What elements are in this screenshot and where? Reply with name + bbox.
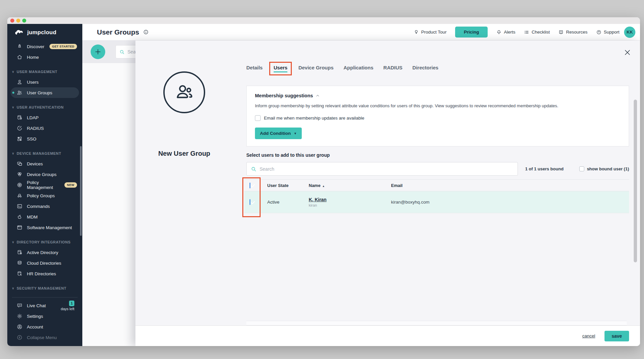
sidebar-item-policy-groups[interactable]: Policy Groups <box>11 190 79 201</box>
sidebar-section-header-user-management[interactable]: ∨USER MANAGEMENT <box>7 67 82 77</box>
sidebar-section-header-directory-integrations[interactable]: ∨DIRECTORY INTEGRATIONS <box>7 237 82 247</box>
sidebar-item-cloud-directories[interactable]: Cloud Directories <box>11 258 79 268</box>
app-window: jumpcloud DiscoverGET STARTEDHome∨USER M… <box>7 17 640 346</box>
sidebar-section-header-device-management[interactable]: ∨DEVICE MANAGEMENT <box>7 148 82 158</box>
tab-users[interactable]: Users <box>269 62 292 75</box>
sidebar-item-active-directory[interactable]: Active Directory <box>11 247 79 258</box>
group-figure: New User Group <box>163 71 205 113</box>
sidebar-item-user-groups[interactable]: User Groups <box>11 87 79 98</box>
row-checkbox[interactable] <box>250 199 250 205</box>
tab-details[interactable]: Details <box>246 65 263 73</box>
horizontal-scrollbar[interactable] <box>246 321 627 325</box>
section-header-label: USER AUTHENTICATION <box>17 105 64 109</box>
drawer-scrollbar-thumb[interactable] <box>634 100 637 262</box>
badge-new: NEW <box>64 182 77 188</box>
pricing-button[interactable]: Pricing <box>455 27 488 38</box>
mac-titlebar <box>7 17 640 24</box>
tab-applications[interactable]: Applications <box>344 65 373 73</box>
membership-suggestions-toggle[interactable]: Membership suggestions <box>255 93 620 98</box>
sidebar-item-policy-management[interactable]: Policy ManagementNEW <box>11 180 79 190</box>
avatar[interactable]: KK <box>624 27 635 38</box>
sidebar-item-label: Active Directory <box>27 250 58 255</box>
sidebar-item-home[interactable]: Home <box>11 52 79 62</box>
sidebar-item-label: Live Chat <box>27 303 46 308</box>
user-search[interactable] <box>246 162 518 176</box>
sidebar-section-header-user-authentication[interactable]: ∨USER AUTHENTICATION <box>7 102 82 112</box>
jumpcloud-logo[interactable]: jumpcloud <box>7 24 82 38</box>
user-icon <box>17 79 23 85</box>
sidebar-section: ∨SECURITY MANAGEMENT <box>7 283 82 293</box>
column-name[interactable]: Name▲ <box>309 183 391 188</box>
sidebar-item-software-management[interactable]: Software Management <box>11 222 79 233</box>
chevron-down-icon: ∨ <box>12 106 14 109</box>
top-header: User Groups Product TourPricingAlertsChe… <box>82 24 640 41</box>
sidebar-item-label: MDM <box>27 215 38 220</box>
close-drawer-button[interactable] <box>623 48 631 56</box>
close-window-button[interactable] <box>10 19 14 23</box>
sidebar-item-users[interactable]: Users <box>11 77 79 87</box>
add-group-button[interactable] <box>91 45 105 59</box>
product-tour-button[interactable]: Product Tour <box>414 30 446 35</box>
membership-title: Membership suggestions <box>255 93 313 98</box>
save-button[interactable]: save <box>604 331 629 341</box>
table-row: ActiveK, Kirankirankiran@boxyhq.com <box>244 191 629 213</box>
sidebar-item-hr-directories[interactable]: HR Directories <box>11 268 79 279</box>
tab-radius[interactable]: RADIUS <box>383 65 403 73</box>
show-bound-option[interactable]: show bound user (1) <box>579 166 629 171</box>
user-search-input[interactable] <box>260 166 514 172</box>
cloud-directories-icon <box>17 260 23 266</box>
sidebar-item-label: Discover <box>27 44 44 49</box>
select-all-checkbox[interactable] <box>250 183 250 188</box>
sidebar-item-mdm[interactable]: MDM <box>11 212 79 222</box>
chat-icon <box>17 303 23 309</box>
show-bound-checkbox[interactable] <box>579 166 584 171</box>
sidebar-item-discover[interactable]: DiscoverGET STARTED <box>11 41 79 52</box>
sidebar-item-radius[interactable]: RADIUS <box>11 123 79 134</box>
alerts-button[interactable]: Alerts <box>496 30 516 35</box>
resources-button[interactable]: Resources <box>558 30 588 35</box>
page-title: User Groups <box>97 28 139 36</box>
email-updates-option[interactable]: Email me when membership updates are ava… <box>255 115 620 121</box>
sidebar-item-ldap[interactable]: LDAP <box>11 112 79 123</box>
checklist-icon <box>524 30 529 35</box>
sidebar-item-devices[interactable]: Devices <box>11 158 79 169</box>
action-label: Resources <box>566 30 588 35</box>
sidebar-item-settings[interactable]: Settings <box>11 311 79 321</box>
column-user-state[interactable]: User State <box>267 183 309 188</box>
tab-device-groups[interactable]: Device Groups <box>298 65 334 73</box>
sidebar-item-sso[interactable]: SSO <box>11 134 79 144</box>
info-icon[interactable] <box>143 29 149 35</box>
username: kiran <box>309 203 391 207</box>
sidebar-section: DiscoverGET STARTEDHome <box>7 41 82 62</box>
tab-directories[interactable]: Directories <box>412 65 438 73</box>
sidebar-item-account[interactable]: Account <box>11 321 79 332</box>
user-group-circle-icon <box>163 71 205 113</box>
sidebar-divider <box>12 297 78 298</box>
checklist-button[interactable]: Checklist <box>524 30 550 35</box>
add-condition-button[interactable]: Add Condition ▼ <box>255 128 302 139</box>
hr-directories-icon <box>17 271 23 277</box>
sidebar-section-header-security-management[interactable]: ∨SECURITY MANAGEMENT <box>7 283 82 293</box>
sidebar-item-device-groups[interactable]: Device Groups <box>11 169 79 180</box>
email-updates-checkbox[interactable] <box>255 115 261 121</box>
action-label: Checklist <box>531 30 550 35</box>
minimize-window-button[interactable] <box>16 19 20 23</box>
plus-icon <box>91 48 105 55</box>
user-name-link[interactable]: K, Kiran <box>309 197 327 202</box>
zoom-window-button[interactable] <box>22 19 26 23</box>
column-email[interactable]: Email <box>391 183 629 188</box>
sidebar-scrollbar[interactable] <box>80 146 82 236</box>
sidebar-item-label: Devices <box>27 161 43 166</box>
sidebar-item-collapse-menu[interactable]: Collapse Menu <box>11 332 79 343</box>
membership-description: Inform group membership by setting relev… <box>255 103 620 108</box>
sidebar-item-label: Policy Management <box>27 180 60 190</box>
cancel-button[interactable]: cancel <box>582 333 595 338</box>
active-directory-icon <box>17 249 23 255</box>
support-button[interactable]: Support <box>596 30 619 35</box>
policy-icon <box>17 182 23 188</box>
device-groups-icon <box>17 171 23 177</box>
sidebar-item-commands[interactable]: Commands <box>11 201 79 212</box>
mdm-icon <box>17 214 23 220</box>
section-header-label: USER MANAGEMENT <box>17 70 57 74</box>
sidebar-item-live-chat[interactable]: Live Chat1days left <box>11 300 79 311</box>
